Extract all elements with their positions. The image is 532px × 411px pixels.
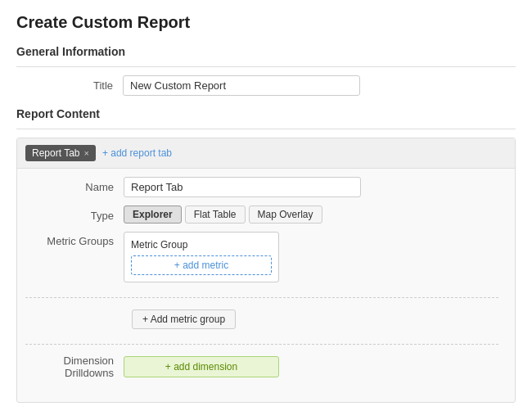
name-input[interactable] [124,177,361,197]
dimension-separator [25,344,498,345]
tab-label: Report Tab [32,147,79,159]
add-report-tab-link[interactable]: + add report tab [102,147,172,159]
tab-content: Name Type Explorer Flat Table Map Overla… [17,169,515,402]
tabs-bar: Report Tab × + add report tab [17,138,515,169]
type-explorer-button[interactable]: Explorer [124,206,182,224]
type-label: Type [17,206,124,222]
metric-separator [25,297,498,298]
report-tab[interactable]: Report Tab × [25,145,96,161]
title-input[interactable] [123,75,360,96]
title-row: Title [16,75,516,96]
metric-group-box: Metric Group + add metric [124,232,279,282]
report-content-title: Report Content [16,107,516,120]
general-info-title: General Information [16,45,516,58]
add-metric-group-row: + Add metric group [17,305,507,337]
type-buttons: Explorer Flat Table Map Overlay [124,206,322,224]
report-content-divider [16,129,516,129]
dimension-drilldowns-row: Dimension Drilldowns + add dimension [17,351,507,386]
dimension-drilldowns-label: Dimension Drilldowns [17,351,124,379]
name-label: Name [17,177,124,193]
dimension-row: + add dimension [124,351,279,386]
page-container: Create Custom Report General Information… [0,0,532,411]
name-row: Name [17,177,507,197]
type-row: Type Explorer Flat Table Map Overlay [17,206,507,224]
general-divider [16,66,516,67]
type-map-overlay-button[interactable]: Map Overlay [249,206,322,224]
add-metric-group-button[interactable]: + Add metric group [132,309,236,329]
title-label: Title [16,75,123,92]
page-title: Create Custom Report [16,13,516,32]
tab-close-icon[interactable]: × [83,148,88,158]
add-metric-button[interactable]: + add metric [131,255,272,275]
metric-groups-container: Metric Group + add metric [124,232,507,289]
add-dimension-button[interactable]: + add dimension [124,356,279,377]
metric-groups-row: Metric Groups Metric Group + add metric [17,232,507,289]
metric-groups-label: Metric Groups [17,232,124,247]
report-content-section: Report Tab × + add report tab Name Type … [16,138,516,403]
type-flat-table-button[interactable]: Flat Table [185,206,246,224]
metric-group-name: Metric Group [131,239,272,251]
